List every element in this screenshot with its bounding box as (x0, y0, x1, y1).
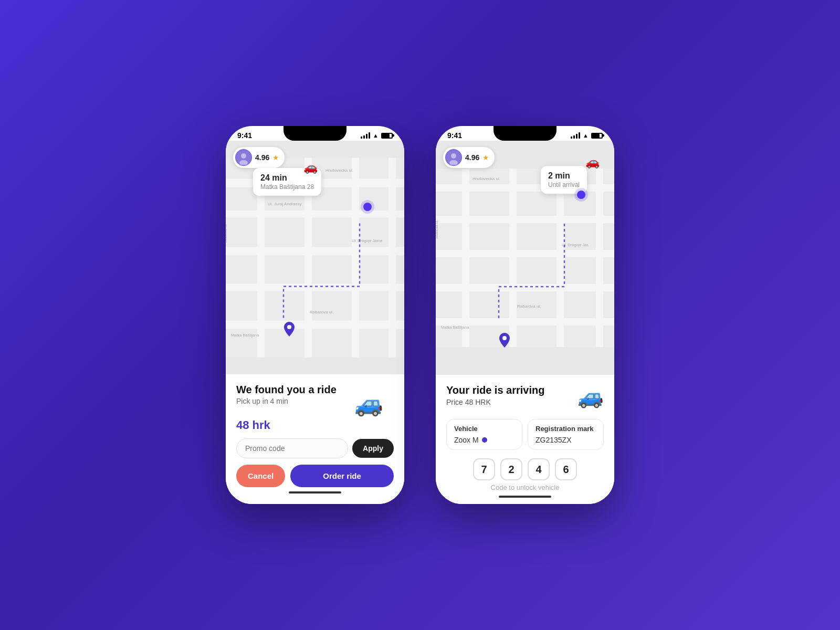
home-indicator-1 (289, 491, 341, 494)
driver-rating-1: 4.96 (255, 153, 269, 162)
svg-point-41 (502, 336, 507, 340)
svg-point-21 (287, 325, 291, 329)
promo-row: Apply (236, 438, 394, 458)
signal-icon-1 (361, 132, 370, 139)
info-cards-row: Vehicle Zoox M Registration mark ZG2135Z… (446, 419, 604, 450)
signal-icon-2 (571, 132, 580, 139)
phones-container: 9:41 ▲ (226, 126, 614, 504)
star-icon-1: ★ (272, 153, 279, 162)
phone-2: 9:41 ▲ (436, 126, 614, 504)
phone-1: 9:41 ▲ (226, 126, 404, 504)
battery-icon-1 (381, 133, 393, 139)
phone-notch-1 (284, 126, 346, 141)
map-car-1: 🚗 (303, 161, 318, 174)
price-label-1: 48 hrk (236, 418, 394, 432)
registration-label: Registration mark (536, 425, 596, 433)
status-icons-2: ▲ (571, 132, 603, 139)
wifi-icon-2: ▲ (583, 132, 589, 139)
driver-avatar-1 (235, 149, 252, 166)
status-icons-1: ▲ (361, 132, 393, 139)
status-time-2: 9:41 (447, 131, 462, 140)
map-area-1: Hrušovecka ul. Hrušovecka ul. Stubička u… (226, 141, 404, 374)
vehicle-value: Zoox M (454, 436, 514, 444)
registration-value: ZG2135ZX (536, 436, 596, 444)
registration-card: Registration mark ZG2135ZX (528, 419, 604, 450)
actions-row: Cancel Order ride (236, 465, 394, 487)
dest-dot-1 (363, 203, 372, 211)
promo-input[interactable] (236, 438, 348, 458)
driver-avatar-2 (445, 149, 462, 166)
code-digits: 7 2 4 6 (446, 458, 604, 480)
unlock-code-section: 7 2 4 6 Code to unlock vehicle (446, 458, 604, 491)
driver-badge-1: 4.96 ★ (233, 147, 285, 168)
eta-label-2: Until arrival (548, 181, 580, 188)
phone-notch-2 (494, 126, 556, 141)
arriving-car-emoji: 🚙 (578, 384, 604, 409)
map-pin-2 (499, 333, 510, 350)
map-area-2: Hrušovecka ul. Hrušovecka ul. Stubička u… (436, 141, 614, 375)
driver-rating-2: 4.96 (465, 153, 479, 162)
star-icon-2: ★ (482, 153, 489, 162)
battery-icon-2 (591, 133, 603, 139)
bottom-sheet-2: Your ride is arriving Price 48 HRK 🚙 Veh… (436, 375, 614, 504)
status-time-1: 9:41 (237, 131, 252, 140)
svg-point-39 (451, 153, 456, 159)
ride-car-emoji: 🚙 (354, 390, 383, 417)
code-label: Code to unlock vehicle (446, 484, 604, 491)
route-svg-2 (436, 141, 614, 375)
eta-value-2: 2 min (548, 171, 580, 181)
order-ride-button[interactable]: Order ride (290, 465, 394, 487)
code-digit-1: 2 (500, 458, 522, 480)
eta-popup-2: 2 min Until arrival (541, 166, 587, 194)
bottom-sheet-1: We found you a ride Pick up in 4 min 🚙 4… (226, 374, 404, 504)
dest-dot-2 (577, 191, 585, 199)
driver-badge-2: 4.96 ★ (443, 147, 495, 168)
code-digit-2: 4 (528, 458, 550, 480)
vehicle-label: Vehicle (454, 425, 514, 433)
vehicle-card: Vehicle Zoox M (446, 419, 522, 450)
code-digit-0: 7 (473, 458, 495, 480)
home-indicator-2 (499, 496, 551, 498)
map-car-2: 🚗 (585, 155, 600, 169)
eta-label-1: Matka Baštijana 28 (260, 183, 314, 191)
wifi-icon-1: ▲ (373, 132, 379, 139)
cancel-button[interactable]: Cancel (236, 465, 285, 487)
code-digit-3: 6 (555, 458, 577, 480)
apply-button[interactable]: Apply (352, 439, 394, 458)
vehicle-dot (482, 437, 487, 443)
eta-value-1: 24 min (260, 173, 314, 183)
svg-point-19 (241, 153, 246, 159)
map-pin-1 (284, 322, 295, 339)
